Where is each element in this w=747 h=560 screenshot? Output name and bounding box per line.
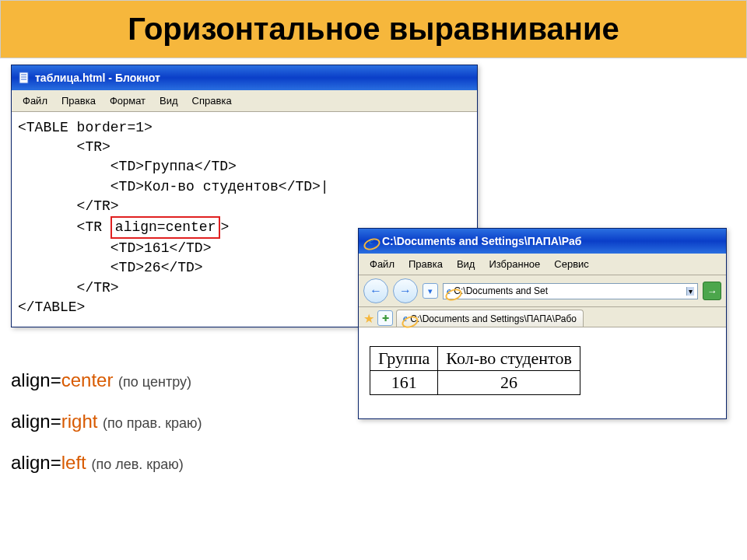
table-cell: 161 <box>370 371 438 395</box>
code-line: <TD>Кол-во студентов</TD>| <box>18 179 329 194</box>
ie-tabstrip: ★ ✚ e C:\Documents and Settings\ПАПА\Раб… <box>359 307 726 327</box>
code-line: </TR> <box>18 198 119 214</box>
slide-title: Горизонтальное выравнивание <box>0 0 747 58</box>
code-line: <TD>Группа</TD> <box>18 159 237 174</box>
table-row: 161 26 <box>370 371 580 395</box>
notepad-icon <box>18 72 30 84</box>
ie-menu-file[interactable]: Файл <box>363 257 401 271</box>
ie-menu-edit[interactable]: Правка <box>402 257 449 271</box>
notepad-title-text: таблица.html - Блокнот <box>35 72 160 84</box>
ie-toolbar: ← → ▾ e C:\Documents and Set ▾ → <box>359 275 726 307</box>
nav-dropdown[interactable]: ▾ <box>423 283 438 299</box>
legend-left: align=left (по лев. краю) <box>11 443 202 484</box>
code-line: > <box>220 219 229 235</box>
slide-content: таблица.html - Блокнот Файл Правка Форма… <box>0 58 747 86</box>
favorites-star-icon[interactable]: ★ <box>363 311 374 326</box>
ie-window: e C:\Documents and Settings\ПАПА\Раб Фай… <box>358 228 727 419</box>
browser-tab[interactable]: e C:\Documents and Settings\ПАПА\Рабо <box>396 310 584 327</box>
ie-menubar: Файл Правка Вид Избранное Сервис <box>359 254 726 275</box>
ie-titlebar: e C:\Documents and Settings\ПАПА\Раб <box>359 229 726 254</box>
tab-label: C:\Documents and Settings\ПАПА\Рабо <box>410 313 577 324</box>
code-line: </TR> <box>18 280 119 296</box>
ie-menu-view[interactable]: Вид <box>451 257 482 271</box>
address-dropdown-icon[interactable]: ▾ <box>686 287 694 296</box>
back-button[interactable]: ← <box>363 278 388 303</box>
table-cell: Группа <box>370 347 438 371</box>
code-line: <TR> <box>18 139 110 155</box>
legend-center: align=center (по центру) <box>11 360 202 401</box>
table-cell: Кол-во студентов <box>438 347 580 371</box>
ie-icon: e <box>447 285 451 297</box>
go-button[interactable]: → <box>703 282 721 300</box>
svg-rect-0 <box>19 72 28 83</box>
ie-menu-tools[interactable]: Сервис <box>548 257 595 271</box>
ie-icon: e <box>365 235 377 247</box>
menu-view[interactable]: Вид <box>153 93 184 108</box>
menu-format[interactable]: Формат <box>103 93 152 108</box>
table-cell: 26 <box>438 371 580 395</box>
code-line: <TD>161</TD> <box>18 240 211 256</box>
align-legend: align=center (по центру) align=right (по… <box>11 360 202 483</box>
menu-help[interactable]: Справка <box>186 93 238 108</box>
forward-button[interactable]: → <box>393 278 418 303</box>
rendered-table: Группа Кол-во студентов 161 26 <box>370 346 580 395</box>
menu-edit[interactable]: Правка <box>55 93 102 108</box>
ie-menu-fav[interactable]: Избранное <box>482 257 546 271</box>
add-favorite-icon[interactable]: ✚ <box>377 310 393 326</box>
code-line: <TABLE border=1> <box>18 120 153 135</box>
address-bar[interactable]: e C:\Documents and Set ▾ <box>443 283 698 299</box>
code-line: <TR <box>18 219 110 235</box>
code-line: <TD>26</TD> <box>18 260 203 275</box>
address-text: C:\Documents and Set <box>454 285 548 296</box>
code-line: </TABLE> <box>18 299 85 315</box>
ie-viewport: Группа Кол-во студентов 161 26 <box>359 327 726 418</box>
ie-icon: e <box>403 313 407 324</box>
notepad-titlebar: таблица.html - Блокнот <box>12 65 477 90</box>
legend-right: align=right (по прав. краю) <box>11 401 202 443</box>
ie-title-text: C:\Documents and Settings\ПАПА\Раб <box>382 235 581 247</box>
table-row: Группа Кол-во студентов <box>370 347 580 371</box>
menu-file[interactable]: Файл <box>16 93 54 108</box>
align-center-highlight: align=center <box>110 216 221 239</box>
notepad-menubar: Файл Правка Формат Вид Справка <box>12 90 477 112</box>
